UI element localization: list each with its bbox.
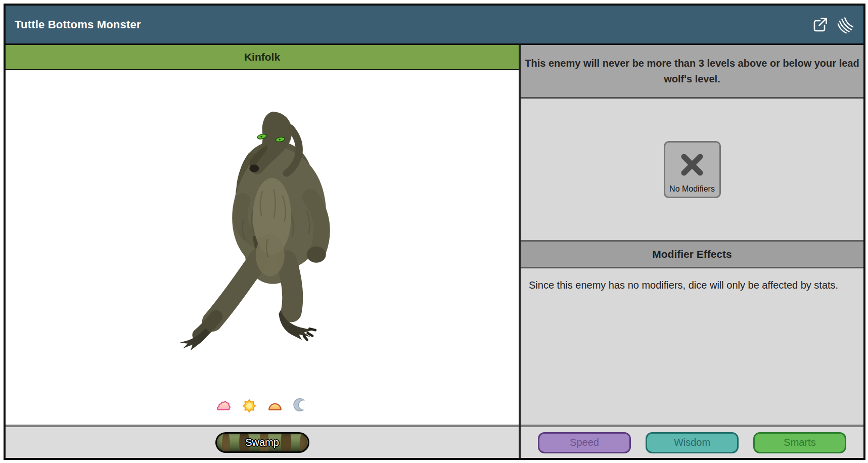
no-modifiers-label: No Modifiers (669, 184, 715, 194)
dusk-icon (267, 398, 283, 413)
biome-footer: Swamp (6, 425, 519, 458)
claw-marks-icon[interactable] (837, 16, 855, 34)
window-titlebar: Tuttle Bottoms Monster (6, 6, 863, 45)
dawn-icon (216, 398, 231, 413)
external-link-icon[interactable] (811, 16, 829, 34)
monster-illustration (171, 95, 354, 365)
info-panel: This enemy will never be more than 3 lev… (521, 45, 863, 458)
x-mark-icon (679, 143, 705, 184)
enemy-category-banner: Kinfolk (6, 45, 519, 70)
enemy-panel: Kinfolk (6, 45, 521, 458)
stat-buttons-footer: Speed Wisdom Smarts (521, 425, 863, 458)
enemy-stage (6, 70, 519, 425)
day-icon (242, 398, 257, 413)
night-icon (293, 398, 308, 413)
modifier-area: No Modifiers (521, 99, 863, 240)
stat-button-wisdom[interactable]: Wisdom (646, 432, 739, 453)
level-note: This enemy will never be more than 3 lev… (521, 45, 863, 99)
active-times-row (216, 398, 308, 413)
modifier-effects-header: Modifier Effects (521, 240, 863, 268)
no-modifiers-box: No Modifiers (664, 141, 721, 198)
monster-info-window: Tuttle Bottoms Monster Kinfolk (4, 4, 865, 460)
biome-button-swamp[interactable]: Swamp (215, 432, 309, 453)
modifier-effects-text: Since this enemy has no modifiers, dice … (521, 268, 863, 425)
window-title: Tuttle Bottoms Monster (15, 18, 141, 31)
stat-button-smarts[interactable]: Smarts (753, 432, 846, 453)
main-area: Kinfolk (6, 45, 863, 458)
stat-button-speed[interactable]: Speed (538, 432, 631, 453)
